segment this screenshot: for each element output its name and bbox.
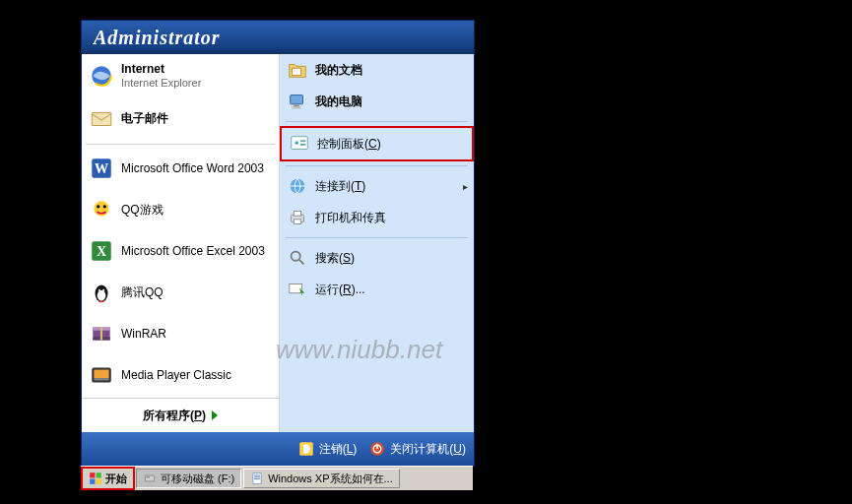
start-button[interactable]: 开始 [81, 467, 135, 490]
right-item-label: 控制面板(C) [317, 136, 381, 153]
pinned-item-mpc[interactable]: Media Player Classic [82, 354, 279, 396]
pinned-item-qqgame[interactable]: QQ游戏 [82, 189, 279, 230]
start-menu: Administrator Internet Internet Explorer… [81, 20, 475, 467]
svg-point-26 [295, 141, 298, 145]
svg-point-13 [102, 289, 104, 291]
svg-rect-25 [292, 137, 308, 150]
right-item-search[interactable]: 搜索(S) [280, 242, 474, 274]
svg-text:W: W [95, 160, 108, 176]
svg-rect-23 [294, 105, 299, 107]
chevron-right-icon: ▸ [463, 181, 468, 192]
svg-rect-41 [97, 472, 101, 477]
right-item-label: 我的文档 [315, 62, 362, 79]
start-menu-header: Administrator [82, 21, 474, 54]
svg-rect-2 [92, 113, 111, 126]
right-item-mydocs[interactable]: 我的文档 [280, 54, 474, 86]
svg-rect-48 [254, 476, 260, 477]
internet-subtitle: Internet Explorer [121, 77, 201, 89]
right-item-printers[interactable]: 打印机和传真 [280, 202, 474, 233]
svg-rect-28 [300, 144, 306, 146]
svg-rect-42 [90, 479, 95, 484]
winrar-icon [88, 320, 115, 347]
right-item-mycomp[interactable]: 我的电脑 [280, 86, 474, 117]
svg-point-11 [98, 290, 106, 301]
username: Administrator [94, 27, 221, 49]
pinned-item-label: Microsoft Office Excel 2003 [121, 244, 265, 258]
right-item-label: 连接到(T) [315, 178, 365, 195]
svg-rect-19 [94, 370, 108, 379]
mpc-icon [88, 361, 115, 389]
svg-rect-27 [300, 140, 306, 142]
pinned-item-label: QQ游戏 [121, 202, 164, 219]
pinned-item-excel[interactable]: XMicrosoft Office Excel 2003 [82, 230, 279, 272]
svg-point-7 [103, 205, 106, 208]
svg-rect-45 [147, 476, 151, 477]
taskbar-button-label: Windows XP系统如何在... [268, 472, 393, 486]
pinned-item-label: Media Player Classic [121, 368, 231, 382]
svg-point-12 [98, 289, 100, 291]
windows-logo-icon [89, 472, 102, 485]
pinned-list: WMicrosoft Office Word 2003QQ游戏XMicrosof… [82, 148, 279, 396]
mycomp-icon [286, 90, 309, 113]
svg-point-33 [292, 252, 300, 261]
right-item-control[interactable]: 控制面板(C) [280, 126, 474, 161]
ie-icon [88, 62, 115, 90]
qqgame-icon [88, 196, 115, 223]
shutdown-button[interactable]: 关闭计算机(U) [368, 440, 466, 458]
taskbar-button-doc[interactable]: Windows XP系统如何在... [243, 469, 400, 488]
shutdown-label: 关闭计算机(U) [390, 441, 466, 458]
internet-item[interactable]: Internet Internet Explorer [82, 54, 279, 97]
start-label: 开始 [105, 472, 127, 486]
all-programs[interactable]: 所有程序(P) [82, 398, 279, 432]
svg-rect-20 [94, 378, 108, 380]
right-item-run[interactable]: 运行(R)... [280, 274, 474, 305]
pinned-item-label: 腾讯QQ [121, 284, 164, 301]
search-icon [286, 246, 309, 270]
logoff-icon [297, 440, 315, 458]
email-title: 电子邮件 [121, 112, 168, 125]
taskbar: 开始 可移动磁盘 (F:)Windows XP系统如何在... [81, 466, 473, 490]
logoff-label: 注销(L) [319, 441, 358, 458]
separator [86, 144, 275, 145]
right-item-connect[interactable]: 连接到(T)▸ [280, 170, 474, 202]
word-icon: W [88, 155, 115, 182]
svg-rect-17 [100, 328, 102, 341]
connect-icon [286, 174, 309, 198]
svg-rect-24 [293, 107, 301, 109]
internet-title: Internet [121, 63, 201, 76]
svg-point-6 [97, 205, 99, 208]
taskbar-button-removable[interactable]: 可移动磁盘 (F:) [136, 469, 241, 488]
right-item-label: 运行(R)... [315, 282, 365, 298]
start-menu-footer: 注销(L) 关闭计算机(U) [82, 432, 474, 466]
separator [286, 165, 468, 166]
right-item-label: 我的电脑 [315, 94, 362, 110]
pinned-item-winrar[interactable]: WinRAR [82, 313, 279, 354]
pinned-item-label: Microsoft Office Word 2003 [121, 161, 264, 175]
svg-rect-40 [90, 472, 95, 477]
chevron-right-icon [212, 410, 218, 420]
email-icon [88, 105, 115, 133]
email-item[interactable]: 电子邮件 [82, 97, 279, 141]
start-menu-left-pane: Internet Internet Explorer 电子邮件 WMicroso… [82, 54, 280, 432]
start-menu-body: Internet Internet Explorer 电子邮件 WMicroso… [82, 54, 474, 432]
all-programs-label: 所有程序(P) [143, 408, 206, 424]
pinned-item-word[interactable]: WMicrosoft Office Word 2003 [82, 148, 279, 189]
svg-rect-44 [145, 475, 154, 481]
removable-icon [143, 472, 157, 485]
svg-rect-47 [254, 475, 260, 476]
svg-rect-43 [97, 479, 101, 484]
svg-line-34 [299, 260, 304, 265]
start-menu-right-pane: 我的文档我的电脑控制面板(C)连接到(T)▸打印机和传真搜索(S)运行(R)..… [280, 54, 474, 432]
pinned-item-qq[interactable]: 腾讯QQ [82, 272, 279, 313]
right-item-label: 打印机和传真 [315, 210, 386, 226]
separator [286, 237, 468, 238]
pinned-item-label: WinRAR [121, 327, 166, 341]
control-icon [288, 132, 311, 156]
taskbar-button-label: 可移动磁盘 (F:) [161, 472, 234, 486]
svg-rect-49 [254, 478, 260, 479]
svg-text:X: X [97, 243, 106, 259]
logoff-button[interactable]: 注销(L) [297, 440, 358, 458]
doc-icon [250, 472, 264, 485]
separator [286, 121, 468, 122]
right-item-label: 搜索(S) [315, 250, 355, 267]
